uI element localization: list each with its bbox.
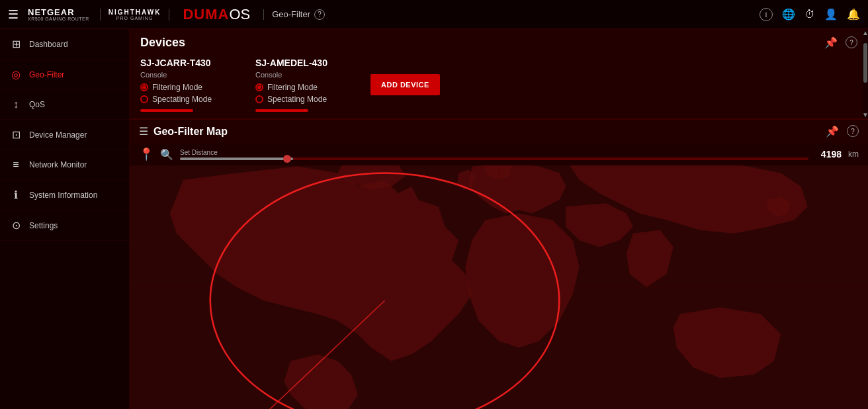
device-2-spectating-radio[interactable] [255, 95, 263, 103]
sidebar-label-network-monitor: Network Monitor [29, 160, 87, 169]
devices-content: SJ-JCARR-T430 Console Filtering Mode Spe… [130, 54, 868, 118]
distance-unit: km [848, 150, 859, 159]
device-2-spectating-row[interactable]: Spectating Mode [255, 95, 355, 104]
info-icon[interactable]: i [760, 8, 773, 21]
netgear-brand-text: NETGEAR [28, 8, 75, 17]
device-1-bar [140, 109, 193, 112]
page-title-text: Geo-Filter [272, 9, 310, 19]
nighthawk-brand-text: NIGHTHAWK [108, 9, 161, 16]
sidebar-item-geo-filter[interactable]: ◎ Geo-Filter [0, 60, 129, 90]
device-2-filtering-radio[interactable] [255, 83, 263, 91]
distance-slider-container [180, 158, 808, 160]
sidebar-label-settings: Settings [29, 221, 58, 230]
distance-slider-thumb[interactable] [283, 155, 291, 163]
map-menu-icon[interactable]: ☰ [139, 125, 148, 138]
clock-icon[interactable]: ⏱ [804, 9, 815, 21]
map-location-icon[interactable]: 📍 [139, 147, 153, 161]
netgear-sub-text: XR500 GAMING ROUTER [28, 17, 89, 21]
sidebar-label-device-manager: Device Manager [29, 130, 87, 140]
device-1-spectating-row[interactable]: Spectating Mode [140, 95, 239, 104]
settings-icon: ⊙ [9, 219, 22, 232]
duma-text: DUMA [183, 6, 229, 23]
duma-os-text: OS [229, 6, 250, 23]
nighthawk-logo: NIGHTHAWK PRO GAMING [100, 9, 170, 21]
map-zoom-icon[interactable]: 🔍 [160, 148, 173, 161]
device-2-spectating-label: Spectating Mode [267, 95, 327, 104]
device-card-1: SJ-JCARR-T430 Console Filtering Mode Spe… [140, 58, 239, 112]
sidebar-label-geo-filter: Geo-Filter [29, 70, 64, 79]
map-panel: ☰ Geo-Filter Map 📌 ? 📍 🔍 Set Distance [130, 120, 868, 409]
sidebar-item-qos[interactable]: ↕ QoS [0, 90, 129, 120]
map-help-icon[interactable]: ? [847, 125, 859, 137]
map-header: ☰ Geo-Filter Map 📌 ? [130, 120, 868, 143]
world-map-svg [130, 165, 868, 409]
devices-scrollbar[interactable]: ▲ ▼ [863, 29, 868, 118]
device-1-spectating-label: Spectating Mode [152, 95, 212, 104]
app-header: ☰ NETGEAR XR500 GAMING ROUTER NIGHTHAWK … [0, 0, 868, 29]
device-1-type: Console [140, 71, 239, 79]
sidebar-item-settings[interactable]: ⊙ Settings [0, 210, 129, 241]
device-2-filtering-row[interactable]: Filtering Mode [255, 83, 355, 92]
device-2-name: SJ-AMEDEL-430 [255, 58, 355, 68]
dashboard-icon: ⊞ [9, 38, 22, 50]
map-controls: 📍 🔍 Set Distance 4198 km [130, 143, 868, 165]
user-icon[interactable]: 👤 [824, 8, 838, 21]
device-1-filtering-label: Filtering Mode [152, 83, 202, 92]
sidebar-item-dashboard[interactable]: ⊞ Dashboard [0, 29, 129, 60]
page-title: Geo-Filter ? [263, 9, 325, 20]
devices-panel: Devices 📌 ? SJ-JCARR-T430 Console Filter… [130, 29, 868, 120]
network-monitor-icon: ≡ [9, 159, 22, 171]
device-1-filtering-radio[interactable] [140, 83, 148, 91]
device-2-type: Console [255, 71, 355, 79]
map-title: Geo-Filter Map [153, 126, 820, 138]
bell-icon[interactable]: 🔔 [847, 8, 860, 21]
device-1-spectating-radio[interactable] [140, 95, 148, 103]
scroll-up-arrow[interactable]: ▲ [862, 29, 868, 36]
devices-header-icons: 📌 ? [824, 36, 857, 49]
globe-icon[interactable]: 🌐 [782, 8, 795, 21]
header-actions: i 🌐 ⏱ 👤 🔔 [760, 8, 860, 21]
device-1-name: SJ-JCARR-T430 [140, 58, 239, 68]
map-area[interactable] [130, 165, 868, 409]
sidebar-label-qos: QoS [29, 100, 45, 109]
device-card-2: SJ-AMEDEL-430 Console Filtering Mode Spe… [255, 58, 355, 112]
device-2-filtering-label: Filtering Mode [267, 83, 318, 92]
sidebar-item-network-monitor[interactable]: ≡ Network Monitor [0, 150, 129, 180]
netgear-logo: NETGEAR XR500 GAMING ROUTER [28, 8, 89, 21]
system-info-icon: ℹ [9, 189, 22, 201]
sidebar-label-system-information: System Information [29, 191, 97, 200]
main-layout: ⊞ Dashboard ◎ Geo-Filter ↕ QoS ⊡ Device … [0, 29, 868, 409]
qos-icon: ↕ [9, 99, 22, 111]
device-manager-icon: ⊡ [9, 128, 22, 141]
dumaos-logo: DUMA OS [183, 6, 250, 23]
devices-help-icon[interactable]: ? [846, 36, 857, 48]
geo-filter-icon: ◎ [9, 68, 22, 81]
device-2-bar [255, 109, 308, 112]
sidebar-label-dashboard: Dashboard [29, 40, 68, 49]
add-device-button[interactable]: ADD DEVICE [370, 74, 440, 95]
distance-slider[interactable] [180, 158, 808, 160]
menu-icon[interactable]: ☰ [8, 7, 19, 22]
scrollbar-thumb[interactable] [863, 43, 867, 83]
sidebar-item-device-manager[interactable]: ⊡ Device Manager [0, 120, 129, 150]
page-help-icon[interactable]: ? [314, 9, 325, 20]
map-header-icons: 📌 ? [826, 125, 859, 138]
distance-value: 4198 [815, 149, 842, 159]
devices-title: Devices [140, 36, 185, 50]
sidebar-item-system-information[interactable]: ℹ System Information [0, 180, 129, 210]
nighthawk-sub-text: PRO GAMING [116, 16, 153, 21]
distance-slider-fill [180, 158, 293, 160]
device-1-filtering-row[interactable]: Filtering Mode [140, 83, 239, 92]
content-area: Devices 📌 ? SJ-JCARR-T430 Console Filter… [130, 29, 868, 409]
scroll-down-arrow[interactable]: ▼ [862, 111, 868, 118]
set-distance-label: Set Distance [180, 149, 808, 156]
sidebar: ⊞ Dashboard ◎ Geo-Filter ↕ QoS ⊡ Device … [0, 29, 130, 409]
map-pin-icon[interactable]: 📌 [826, 125, 839, 138]
devices-header: Devices 📌 ? [130, 29, 868, 54]
devices-pin-icon[interactable]: 📌 [824, 36, 838, 49]
